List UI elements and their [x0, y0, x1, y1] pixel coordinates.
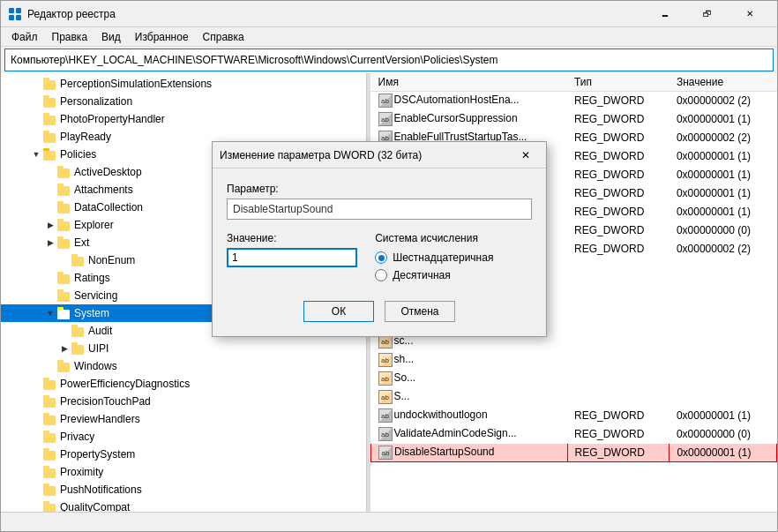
dialog-content: Параметр: DisableStartupSound Значение: …: [213, 169, 546, 336]
address-bar[interactable]: Компьютер\HKEY_LOCAL_MACHINE\SOFTWARE\Mi…: [4, 49, 774, 71]
reg-value-cell: [670, 314, 777, 333]
tree-item-personalization[interactable]: Personalization: [1, 93, 366, 110]
reg-name: DSCAutomationHostEna...: [394, 94, 520, 106]
reg-value-cell: [670, 388, 777, 407]
tree-item-windows[interactable]: Windows: [1, 357, 366, 375]
table-row[interactable]: abundockwithoutlogonREG_DWORD0x00000001 …: [371, 407, 777, 425]
menu-view[interactable]: Вид: [94, 29, 128, 45]
tree-item-powerefficiency[interactable]: PowerEfficiencyDiagnostics: [1, 375, 366, 393]
expand-uipi[interactable]: ▶: [57, 341, 71, 356]
tree-label: Policies: [60, 148, 96, 161]
table-row[interactable]: abValidateAdminCodeSign...REG_DWORD0x000…: [371, 425, 777, 444]
folder-icon: [43, 95, 57, 108]
reg-value-cell: 0x00000002 (2): [670, 129, 777, 147]
reg-value-cell: 0x00000001 (1): [670, 407, 777, 425]
tree-label: QualityCompat: [60, 501, 130, 512]
expand-none: [29, 94, 43, 109]
radio-decimal-circle: [375, 269, 387, 281]
param-value: DisableStartupSound: [227, 199, 532, 220]
reg-value-cell: [670, 277, 777, 296]
folder-icon-open: [57, 307, 71, 319]
expand-none: [29, 394, 43, 408]
reg-type-cell: REG_DWORD: [567, 184, 670, 203]
tree-item-precisiontouchpad[interactable]: PrecisionTouchPad: [1, 393, 366, 410]
tree-label: Ext: [74, 236, 89, 249]
expand-none: [43, 183, 57, 197]
close-button[interactable]: ✕: [729, 1, 770, 27]
menu-file[interactable]: Файл: [4, 29, 45, 45]
radio-decimal[interactable]: Десятичная: [375, 269, 532, 281]
radio-hex[interactable]: Шестнадцатеричная: [375, 251, 532, 264]
reg-dword-icon: ab: [378, 94, 393, 108]
reg-str-icon: ab: [378, 353, 393, 367]
expand-explorer[interactable]: ▶: [43, 218, 57, 232]
expand-none: [29, 430, 43, 444]
tree-label: DataCollection: [74, 201, 143, 214]
reg-dword-icon: ab: [378, 408, 393, 423]
table-row[interactable]: abSo...: [371, 370, 777, 388]
tree-label: PropertySystem: [60, 448, 135, 461]
value-input[interactable]: [227, 248, 357, 267]
tree-label: Proximity: [60, 466, 103, 478]
reg-name: So...: [394, 371, 416, 384]
reg-type-cell: REG_DWORD: [567, 92, 670, 110]
reg-type-cell: [567, 314, 670, 333]
ok-button[interactable]: ОК: [303, 301, 374, 322]
tree-label: Audit: [88, 325, 112, 337]
tree-label: Servicing: [74, 289, 117, 302]
folder-icon: [43, 483, 57, 496]
expand-system[interactable]: ▼: [43, 306, 57, 320]
tree-item-photoproperty[interactable]: PhotoPropertyHandler: [1, 110, 366, 128]
folder-icon: [43, 413, 57, 425]
minimize-button[interactable]: 🗕: [645, 1, 685, 27]
reg-name: EnableCursorSuppression: [394, 112, 518, 124]
tree-label: Privacy: [60, 431, 94, 443]
tree-item-propertysystem[interactable]: PropertySystem: [1, 446, 366, 463]
reg-type-cell: REG_DWORD: [567, 110, 670, 129]
tree-item-perception[interactable]: PerceptionSimulationExtensions: [1, 75, 366, 93]
dialog-close-button[interactable]: ✕: [512, 145, 539, 166]
table-row[interactable]: abS...: [371, 388, 777, 407]
tree-label: NonEnum: [88, 254, 135, 266]
maximize-button[interactable]: 🗗: [687, 1, 728, 27]
folder-icon: [71, 342, 86, 355]
tree-label: PlayReady: [60, 131, 111, 143]
folder-icon: [43, 395, 57, 408]
expand-ext[interactable]: ▶: [43, 236, 57, 250]
tree-label: Attachments: [74, 184, 133, 196]
menu-help[interactable]: Справка: [196, 29, 251, 45]
tree-item-pushnotifications[interactable]: PushNotifications: [1, 481, 366, 498]
table-row[interactable]: abDSCAutomationHostEna...REG_DWORD0x0000…: [371, 92, 777, 110]
folder-icon: [43, 148, 57, 161]
svg-rect-3: [16, 15, 21, 20]
expand-none: [43, 271, 57, 285]
table-row[interactable]: abEnableCursorSuppressionREG_DWORD0x0000…: [371, 110, 777, 129]
table-row[interactable]: absh...: [371, 351, 777, 370]
tree-item-uipi[interactable]: ▶ UIPI: [1, 340, 366, 357]
tree-label: Personalization: [60, 95, 132, 108]
reg-name-cell: abEnableCursorSuppression: [371, 110, 568, 129]
menu-edit[interactable]: Правка: [45, 29, 95, 45]
reg-value-cell: 0x00000000 (0): [670, 425, 777, 444]
tree-item-privacy[interactable]: Privacy: [1, 428, 366, 446]
expand-policies[interactable]: ▼: [29, 147, 43, 161]
reg-type-cell: REG_DWORD: [567, 444, 670, 462]
window-controls: 🗕 🗗 ✕: [645, 1, 770, 27]
cancel-button[interactable]: Отмена: [385, 301, 455, 322]
tree-item-qualitycompat[interactable]: QualityCompat: [1, 498, 366, 512]
reg-name: sh...: [394, 353, 415, 365]
tree-item-proximity[interactable]: Proximity: [1, 463, 366, 481]
reg-dword-icon: ab: [378, 446, 393, 460]
dialog-title-bar: Изменение параметра DWORD (32 бита) ✕: [213, 142, 546, 169]
reg-type-cell: [567, 388, 670, 407]
svg-rect-0: [9, 8, 14, 13]
tree-item-previewhandlers[interactable]: PreviewHandlers: [1, 410, 366, 428]
address-path: Компьютер\HKEY_LOCAL_MACHINE\SOFTWARE\Mi…: [11, 54, 497, 66]
radio-hex-circle: [375, 251, 387, 264]
value-label: Значение:: [227, 232, 357, 244]
tree-label: Ratings: [74, 272, 110, 284]
reg-value-cell: [670, 333, 777, 351]
table-row[interactable]: abDisableStartupSoundREG_DWORD0x00000001…: [371, 444, 777, 462]
menu-favorites[interactable]: Избранное: [128, 29, 196, 45]
expand-none: [29, 500, 43, 512]
